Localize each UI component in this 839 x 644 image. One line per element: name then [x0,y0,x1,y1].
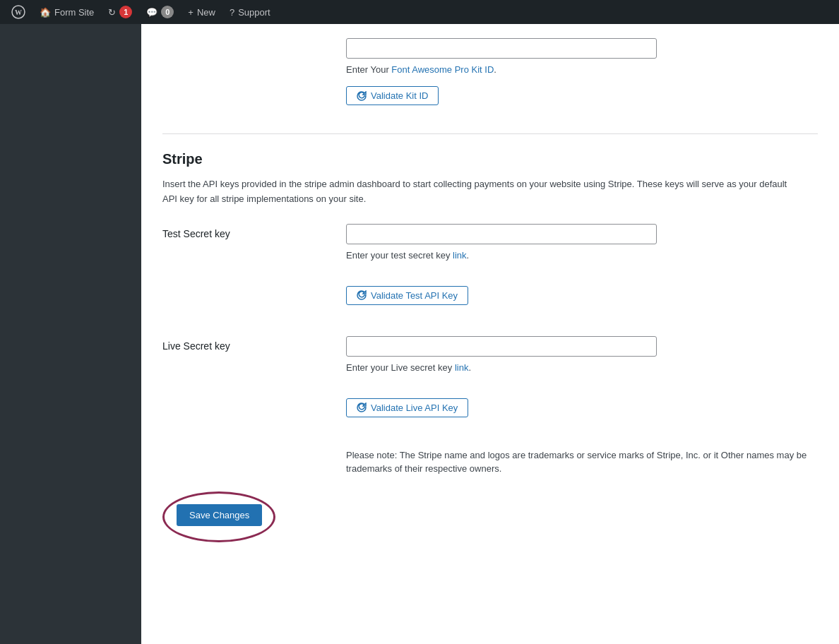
validate-live-api-key-button[interactable]: Validate Live API Key [346,398,468,417]
test-secret-key-helper: Enter your test secret key link. [346,250,818,261]
validate-test-api-key-button[interactable]: Validate Test API Key [346,286,468,305]
stripe-description: Insert the API keys provided in the stri… [162,177,798,207]
test-secret-key-row: Test Secret key Enter your test secret k… [162,224,818,272]
test-secret-key-input[interactable] [346,224,657,244]
home-link[interactable]: 🏠 Form Site [34,0,100,24]
test-secret-key-field-wrap: Enter your test secret key link. [346,224,818,272]
font-awesome-section: Enter Your Font Awesome Pro Kit ID. Vali… [162,38,818,133]
section-divider [162,133,818,134]
updates-icon: ↻ [108,7,116,18]
live-secret-key-field-wrap: Enter your Live secret key link. [346,336,818,384]
font-awesome-link[interactable]: Font Awesome Pro Kit ID [391,64,494,75]
sidebar [0,24,141,644]
stripe-section: Stripe Insert the API keys provided in t… [162,151,818,526]
plus-icon: + [188,7,194,18]
updates-link[interactable]: ↻ 1 [102,0,138,24]
live-secret-key-helper: Enter your Live secret key link. [346,362,818,373]
refresh-test-icon [357,290,367,300]
new-label: New [197,7,215,18]
live-secret-key-label: Live Secret key [162,336,346,352]
stripe-title: Stripe [162,151,818,167]
admin-bar: W 🏠 Form Site ↻ 1 💬 0 + New ? Support [0,0,839,24]
wp-logo-icon: W [11,5,25,19]
stripe-note-wrap: Please note: The Stripe name and logos a… [346,448,818,476]
font-awesome-helper-text: Enter Your Font Awesome Pro Kit ID. [346,64,818,75]
refresh-icon [357,91,367,101]
updates-badge: 1 [119,6,132,18]
wp-logo-link[interactable]: W [6,0,31,24]
comments-badge: 0 [161,6,174,18]
save-area: Save Changes [177,504,262,526]
live-secret-key-row: Live Secret key Enter your Live secret k… [162,336,818,384]
comments-icon: 💬 [146,7,157,18]
home-icon: 🏠 [40,7,51,18]
live-key-link[interactable]: link [455,362,469,373]
new-content-link[interactable]: + New [182,0,221,24]
stripe-note: Please note: The Stripe name and logos a… [346,448,818,476]
save-changes-button[interactable]: Save Changes [177,504,262,526]
content-area: Enter Your Font Awesome Pro Kit ID. Vali… [141,24,839,644]
support-label: Support [238,7,270,18]
layout: Enter Your Font Awesome Pro Kit ID. Vali… [0,24,839,644]
svg-text:W: W [15,8,22,16]
test-secret-key-label: Test Secret key [162,224,346,239]
live-secret-key-input[interactable] [346,336,657,357]
main-content: Enter Your Font Awesome Pro Kit ID. Vali… [141,24,839,644]
validate-test-key-row: Validate Test API Key [346,286,818,319]
test-key-link[interactable]: link [453,250,467,261]
validate-live-key-row: Validate Live API Key [346,398,818,431]
comments-link[interactable]: 💬 0 [141,0,179,24]
font-awesome-kit-id-input[interactable] [346,38,657,59]
support-link[interactable]: ? Support [224,0,276,24]
question-icon: ? [230,7,234,18]
refresh-live-icon [357,402,367,412]
validate-kit-id-button[interactable]: Validate Kit ID [346,86,439,105]
site-name: Form Site [54,7,94,18]
